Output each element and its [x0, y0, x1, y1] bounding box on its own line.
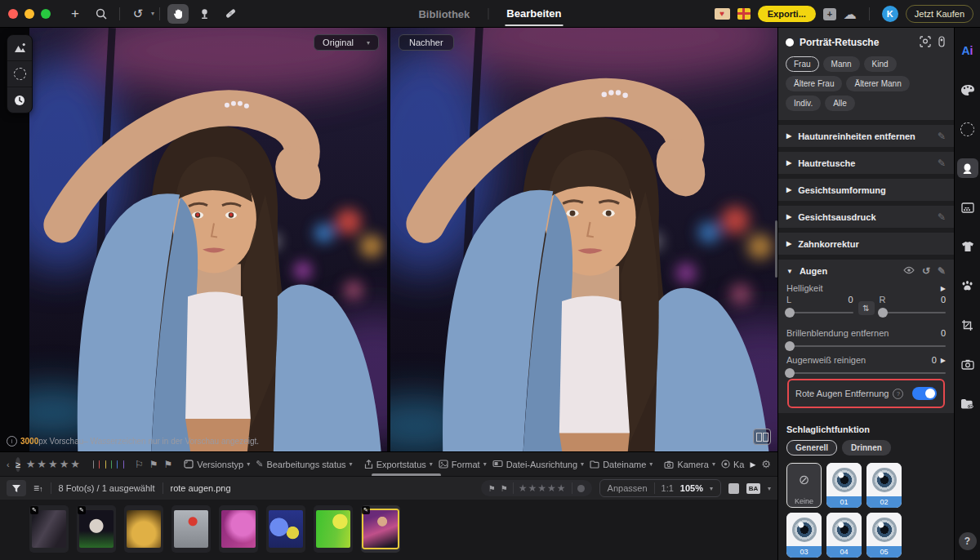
buy-now-button[interactable]: Jetzt Kaufen	[906, 5, 973, 23]
chip-frau[interactable]: Frau	[786, 56, 819, 72]
preset-01[interactable]: 01	[826, 463, 862, 508]
healing-tool-button[interactable]	[220, 4, 241, 24]
folder-review-icon[interactable]	[957, 393, 978, 413]
undo-chevron-icon[interactable]: ▾	[151, 10, 154, 17]
extensions-icon[interactable]: +	[823, 8, 836, 20]
preset-05[interactable]: 05	[866, 513, 902, 558]
tab-bibliothek[interactable]: Bibliothek	[416, 2, 471, 25]
panel-scrollbar-thumb[interactable]	[775, 220, 777, 278]
link-lr-icon[interactable]: ⇅	[858, 301, 875, 315]
filmstrip-thumbnail-3[interactable]	[124, 505, 163, 553]
add-icon[interactable]: +	[65, 4, 86, 24]
preset-03[interactable]: 03	[786, 513, 822, 558]
filmstrip-thumbnail-4[interactable]	[172, 505, 211, 553]
chip-kind[interactable]: Kind	[864, 56, 897, 72]
augenweiss-row[interactable]: Augenweiß reinigen 0 ▶	[786, 355, 946, 365]
after-image-panel[interactable]: Nachher	[390, 28, 777, 451]
zoom-percent-value[interactable]: 105%	[680, 483, 703, 493]
right-eye-slider[interactable]	[880, 312, 947, 313]
ai-tools-icon[interactable]: Ai	[957, 41, 978, 60]
scroll-left-icon[interactable]: ‹	[7, 460, 10, 469]
help-info-icon[interactable]: ?	[893, 389, 903, 399]
crop-icon[interactable]	[957, 315, 978, 335]
scroll-right-icon[interactable]: ▶	[750, 460, 755, 469]
tab-drinnen[interactable]: Drinnen	[842, 440, 891, 456]
filmstrip-thumbnail-2[interactable]: ✎	[77, 505, 116, 553]
rating-at-least-icon[interactable]: ≥	[16, 457, 20, 472]
search-icon[interactable]	[91, 4, 112, 24]
filmstrip-thumbnail-6[interactable]	[266, 505, 305, 553]
tab-bearbeiten[interactable]: Bearbeiten	[505, 1, 563, 26]
film-grain-icon[interactable]	[957, 198, 978, 217]
color-palette-icon[interactable]	[957, 80, 978, 100]
before-view-dropdown[interactable]: Original ▾	[314, 34, 379, 51]
filter-settings-gear-icon[interactable]: ⚙	[761, 458, 771, 470]
rote-augen-toggle-on[interactable]	[912, 387, 937, 400]
pet-paw-icon[interactable]	[957, 276, 978, 296]
fit-button[interactable]: Anpassen	[608, 483, 648, 493]
filter-datei-ausrichtung[interactable]: Datei-Ausrichtung▾	[492, 460, 584, 469]
cloud-sync-icon[interactable]: ☁	[844, 7, 857, 22]
help-button[interactable]: ?	[959, 532, 977, 550]
hand-tool-button[interactable]	[167, 4, 189, 24]
clothes-icon[interactable]	[957, 237, 978, 256]
filter-dateiname[interactable]: Dateiname▾	[590, 460, 653, 469]
chip-alle[interactable]: Alle	[825, 96, 855, 111]
portrait-tools-icon[interactable]	[957, 158, 978, 178]
zoom-window-button[interactable]	[41, 9, 51, 19]
close-window-button[interactable]	[8, 9, 18, 19]
section-hautunreinheiten[interactable]: ▶ Hautunreinheiten entfernen ✎	[778, 125, 954, 147]
before-after-icon[interactable]: BA	[746, 483, 760, 494]
left-eye-slider[interactable]	[786, 312, 853, 313]
star-rating-control[interactable]: ★★★★★	[519, 482, 567, 494]
tab-generell[interactable]: Generell	[786, 440, 837, 456]
color-label-dot[interactable]	[577, 485, 585, 492]
filter-exportstatus[interactable]: Exportstatus▾	[364, 460, 433, 469]
section-zahnkorrektur[interactable]: ▶ Zahnkorrektur	[778, 233, 954, 255]
compare-view-icon[interactable]	[753, 429, 771, 445]
filter-format[interactable]: Format▾	[439, 460, 487, 469]
flag-rejected-icon[interactable]: ⚑	[163, 459, 172, 470]
export-button[interactable]: Exporti...	[758, 6, 816, 22]
face-detect-icon[interactable]	[920, 36, 931, 49]
clone-stamp-tool-button[interactable]	[194, 4, 215, 24]
gift-envelope-icon[interactable]: ♥	[715, 8, 730, 20]
filmstrip-thumbnail-8-selected[interactable]: ✎	[361, 505, 400, 553]
filmstrip-thumbnail-5[interactable]	[219, 505, 258, 553]
filter-funnel-icon[interactable]	[7, 480, 26, 496]
filter-kamera-objektiv[interactable]: Ka	[721, 460, 744, 469]
flag-icon[interactable]: ⚑	[501, 484, 508, 493]
visibility-eye-icon[interactable]	[903, 265, 915, 277]
filter-bearbeitungs-status[interactable]: ✎ Bearbeitungs status▾	[256, 459, 352, 469]
single-view-icon[interactable]	[728, 483, 739, 494]
preset-04[interactable]: 04	[826, 513, 862, 558]
filmstrip-thumbnail-7[interactable]	[314, 505, 353, 553]
chip-indiv[interactable]: Indiv.	[786, 96, 821, 111]
flag-icon[interactable]: ⚑	[488, 484, 496, 493]
section-gesichtsausdruck[interactable]: ▶ Gesichtsausdruck ✎	[778, 206, 954, 228]
preset-02[interactable]: 02	[866, 463, 902, 508]
section-hautretusche[interactable]: ▶ Hautretusche ✎	[778, 152, 954, 174]
rating-flag-pill[interactable]: ⚑ ⚑ ★★★★★	[481, 480, 592, 496]
preset-keine-selected[interactable]: ⊘ Keine	[786, 463, 822, 508]
flag-picked-icon[interactable]: ⚑	[149, 459, 158, 470]
adjust-slider-icon[interactable]	[937, 36, 947, 49]
star-rating-filter[interactable]: ★★★★★	[26, 458, 82, 470]
chip-aelterer-mann[interactable]: Älterer Mann	[846, 76, 909, 91]
camera-icon[interactable]	[957, 354, 978, 374]
gift-box-icon[interactable]	[737, 8, 751, 20]
flag-unflagged-icon[interactable]: ⚐	[135, 459, 144, 470]
section-gesichtsumformung[interactable]: ▶ Gesichtsumformung	[778, 179, 954, 201]
before-image-panel[interactable]: Original ▾	[29, 28, 387, 451]
chip-mann[interactable]: Mann	[823, 56, 860, 72]
augen-header[interactable]: ▼ Augen ↺ ✎	[786, 265, 946, 277]
chevron-down-icon[interactable]: ▾	[768, 485, 771, 492]
chip-aeltere-frau[interactable]: Ältere Frau	[786, 76, 842, 91]
sort-icon[interactable]: ≡↑	[33, 482, 43, 494]
undo-button[interactable]: ↺	[127, 4, 149, 24]
catalog-icon[interactable]	[7, 35, 32, 61]
history-icon[interactable]	[7, 87, 32, 113]
filter-kamera[interactable]: Kamera▾	[664, 460, 715, 469]
reset-icon[interactable]: ↺	[922, 265, 930, 277]
account-avatar[interactable]: K	[882, 6, 898, 22]
